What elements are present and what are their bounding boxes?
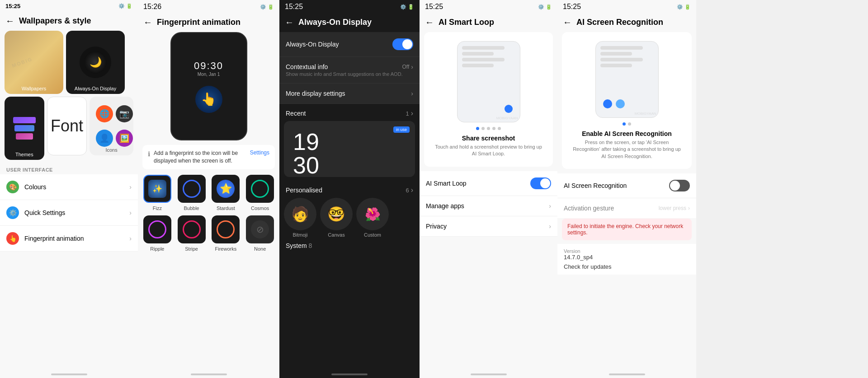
menu-item-colours[interactable]: 🎨 Colours › <box>0 174 138 200</box>
recent-count: 1 <box>406 110 409 117</box>
themes-icon <box>13 97 36 160</box>
icons-label: Icons <box>90 147 133 153</box>
anim-ripple[interactable]: Ripple <box>142 215 172 252</box>
illus-line-5-4 <box>600 64 632 67</box>
blue-circles <box>603 99 625 108</box>
anim-none[interactable]: ⊘ None <box>245 215 275 252</box>
anim-fireworks[interactable]: Fireworks <box>211 215 241 252</box>
fireworks-label: Fireworks <box>215 246 237 252</box>
activation-gesture-right: lower press › <box>659 205 690 211</box>
wallpapers-card[interactable]: MOBIG Wallpapers <box>5 31 63 94</box>
settings-link[interactable]: Settings <box>250 149 269 156</box>
contextual-item[interactable]: Contextual info Off › Show music info an… <box>279 57 420 84</box>
avatar-canvas[interactable]: 🤓 Canvas <box>320 198 353 238</box>
scroll-bar-2 <box>191 373 227 375</box>
dot-1 <box>476 127 479 130</box>
gear-icon-1: ⚙️ <box>118 3 125 9</box>
icons-card[interactable]: 🌐 📷 👤 🖼️ Icons <box>90 97 133 155</box>
anim-stardust[interactable]: ⭐ Stardust <box>211 175 241 211</box>
more-display-item[interactable]: More display settings › <box>279 84 420 104</box>
privacy-item[interactable]: Privacy › <box>420 216 557 237</box>
more-display-chevron: › <box>411 90 413 97</box>
fireworks-inner <box>217 220 235 238</box>
recent-right: 1 › <box>406 109 413 117</box>
personalised-header: Personalised 6 › <box>279 181 420 198</box>
privacy-label: Privacy <box>426 223 549 230</box>
stripe-inner <box>183 220 201 238</box>
scroll-bar-1 <box>51 373 87 375</box>
phone-time: 09:30 <box>194 60 223 72</box>
aod-preview-card[interactable]: in use 19 30 <box>284 121 415 177</box>
activation-gesture-item[interactable]: Activation gesture lower press › <box>557 198 696 219</box>
grid-row-2: Themes Font 🌐 📷 👤 🖼️ Icons <box>0 97 138 163</box>
ai-smart-loop-toggle-item[interactable]: AI Smart Loop <box>420 171 557 196</box>
avatar-custom[interactable]: 🌺 Custom <box>356 198 389 238</box>
menu-item-quick-settings[interactable]: ⚙️ Quick Settings › <box>0 200 138 226</box>
avatar-bitmoji[interactable]: 🧑 Bitmoji <box>284 198 316 238</box>
ripple-icon <box>143 215 171 243</box>
bubble-icon <box>178 175 206 203</box>
status-icons-1: ⚙️ 🔋 <box>118 3 132 9</box>
contextual-off: Off <box>402 64 410 70</box>
themes-card[interactable]: Themes <box>5 97 44 160</box>
contextual-sub: Show music info and Smart suggestions on… <box>286 71 403 77</box>
anim-cosmos[interactable]: Cosmos <box>245 175 275 211</box>
aod-toggle-item[interactable]: Always-On Display <box>279 32 420 57</box>
fingerprint-anim-icon: 👆 <box>195 86 222 113</box>
menu-item-fingerprint[interactable]: 👆 Fingerprint animation › <box>0 226 138 252</box>
back-arrow-1[interactable]: ← <box>5 16 14 26</box>
none-inner: ⊘ <box>251 220 269 238</box>
cosmos-icon <box>246 175 274 203</box>
anim-fizz[interactable]: ✨ Fizz <box>142 175 172 211</box>
check-updates[interactable]: Check for updates <box>564 263 690 270</box>
back-arrow-4[interactable]: ← <box>425 17 434 28</box>
page-title-5: AI Screen Recognition <box>576 18 663 27</box>
top-bar-3: ← Always-On Display <box>279 14 420 32</box>
back-arrow-2[interactable]: ← <box>143 17 152 28</box>
none-label: None <box>254 246 266 252</box>
back-arrow-5[interactable]: ← <box>563 17 572 28</box>
anim-bubble[interactable]: Bubble <box>177 175 207 211</box>
version-label: Version <box>564 248 690 254</box>
battery-icon-4: 🔋 <box>546 4 552 10</box>
bitmoji-circle: 🧑 <box>284 198 316 230</box>
top-bar-5: ← AI Screen Recognition <box>557 14 696 32</box>
font-label: Font <box>51 117 83 135</box>
fizz-inner: ✨ <box>148 180 166 198</box>
colours-label: Colours <box>24 183 129 191</box>
aod-toggle-switch[interactable] <box>392 38 413 50</box>
p5-menu: AI Screen Recognition Activation gesture… <box>557 173 696 219</box>
ai-screen-rec-toggle-item[interactable]: AI Screen Recognition <box>557 173 696 198</box>
dot-5-2 <box>628 122 631 126</box>
aod-toggle-label: Always-On Display <box>286 41 392 48</box>
aod-label: Always-On Display <box>66 86 125 91</box>
back-arrow-3[interactable]: ← <box>285 17 294 28</box>
time-1: 15:25 <box>5 3 20 9</box>
aod-hour: 19 <box>293 130 406 154</box>
illus-title-4: Share screenshot <box>433 135 544 142</box>
scroll-bar-4 <box>471 373 507 375</box>
activation-gesture-label: Activation gesture <box>564 205 659 212</box>
version-value: 14.7.0_sp4 <box>564 254 690 261</box>
font-card[interactable]: Font <box>47 97 87 155</box>
activation-gesture-value: lower press <box>659 205 686 211</box>
ai-smart-loop-toggle[interactable] <box>530 177 551 189</box>
themes-layer-2 <box>14 125 34 131</box>
ai-screen-rec-toggle[interactable] <box>669 180 690 191</box>
stardust-icon: ⭐ <box>212 175 240 203</box>
stardust-label: Stardust <box>217 205 235 211</box>
anim-stripe[interactable]: Stripe <box>177 215 207 252</box>
panel-aod: 15:25 ⚙️ 🔋 ← Always-On Display Always-On… <box>279 0 420 378</box>
bubble-label: Bubble <box>184 205 199 211</box>
aod-card[interactable]: 🌙 Always-On Display <box>66 31 125 94</box>
illus-desc-5: Press on the screen, or tap 'AI Screen R… <box>571 139 683 160</box>
dot-indicators-5 <box>571 122 683 126</box>
illus-phone-5: MOBIGYAAN <box>595 41 659 118</box>
watermark-4: MOBIGYAAN <box>496 116 518 120</box>
manage-apps-item[interactable]: Manage apps › <box>420 196 557 216</box>
fingerprint-chevron: › <box>129 235 132 242</box>
icon-circle-4: 🖼️ <box>116 130 133 147</box>
icon-circle-3: 👤 <box>96 130 113 147</box>
blue-circle-1 <box>603 99 612 108</box>
contextual-label: Contextual info <box>286 63 402 70</box>
